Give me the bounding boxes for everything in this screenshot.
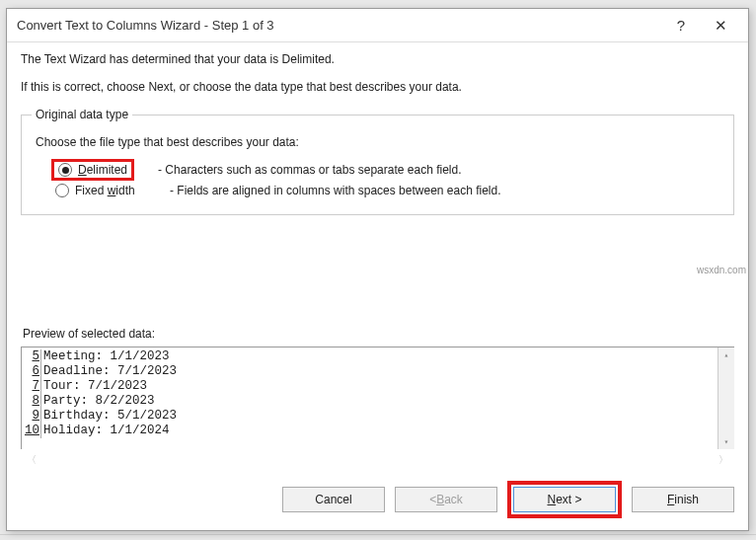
radio-delimited-desc: - Characters such as commas or tabs sepa…	[158, 163, 461, 177]
radio-fixed-width[interactable]	[55, 184, 69, 197]
scroll-down-icon[interactable]: ▾	[724, 434, 729, 449]
preview-row: 8Party: 8/2/2023	[24, 394, 734, 409]
preview-row: 5Meeting: 1/1/2023	[24, 349, 734, 364]
next-button[interactable]: Next >	[513, 487, 616, 512]
preview-hscroll[interactable]: 〈 〉	[21, 449, 734, 475]
button-row: Cancel < Back Next > Finish	[7, 475, 748, 530]
original-data-type-group: Original data type Choose the file type …	[21, 108, 734, 215]
dialog-content: The Text Wizard has determined that your…	[7, 42, 748, 475]
group-legend: Original data type	[32, 108, 132, 121]
back-button: < Back	[395, 487, 497, 512]
watermark: wsxdn.com	[697, 265, 746, 275]
preview-row: 10Holiday: 1/1/2024	[24, 424, 734, 438]
wizard-dialog: Convert Text to Columns Wizard - Step 1 …	[6, 8, 749, 531]
preview-vscroll[interactable]: ▴ ▾	[718, 347, 734, 449]
intro-text-1: The Text Wizard has determined that your…	[21, 52, 734, 66]
radio-fixed-width-desc: - Fields are aligned in columns with spa…	[170, 184, 501, 197]
dialog-title: Convert Text to Columns Wizard - Step 1 …	[17, 18, 661, 33]
help-button[interactable]: ?	[661, 11, 701, 40]
radio-delimited-label[interactable]: Delimited	[78, 163, 127, 177]
highlight-delimited: Delimited	[51, 159, 134, 181]
intro-text-2: If this is correct, choose Next, or choo…	[21, 80, 734, 94]
highlight-next: Next >	[507, 481, 622, 518]
preview-row: 9Birthday: 5/1/2023	[24, 409, 734, 424]
scroll-up-icon[interactable]: ▴	[724, 347, 729, 362]
cancel-button[interactable]: Cancel	[282, 487, 385, 512]
finish-button[interactable]: Finish	[632, 487, 734, 512]
preview-row: 6Deadline: 7/1/2023	[24, 364, 734, 379]
radio-delimited[interactable]	[58, 163, 72, 177]
preview-row: 7Tour: 7/1/2023	[24, 379, 734, 394]
close-button[interactable]: ✕	[701, 11, 740, 40]
choose-label: Choose the file type that best describes…	[36, 135, 723, 149]
radio-row-delimited: Delimited - Characters such as commas or…	[51, 159, 723, 181]
radio-row-fixed: Fixed width - Fields are aligned in colu…	[55, 184, 723, 197]
radio-fixed-width-label[interactable]: Fixed width	[75, 184, 164, 197]
preview-label: Preview of selected data:	[23, 327, 734, 341]
titlebar: Convert Text to Columns Wizard - Step 1 …	[7, 9, 748, 42]
scroll-right-icon[interactable]: 〉	[718, 453, 728, 467]
preview-box: 5Meeting: 1/1/2023 6Deadline: 7/1/2023 7…	[21, 347, 734, 449]
scroll-left-icon[interactable]: 〈	[27, 453, 37, 467]
